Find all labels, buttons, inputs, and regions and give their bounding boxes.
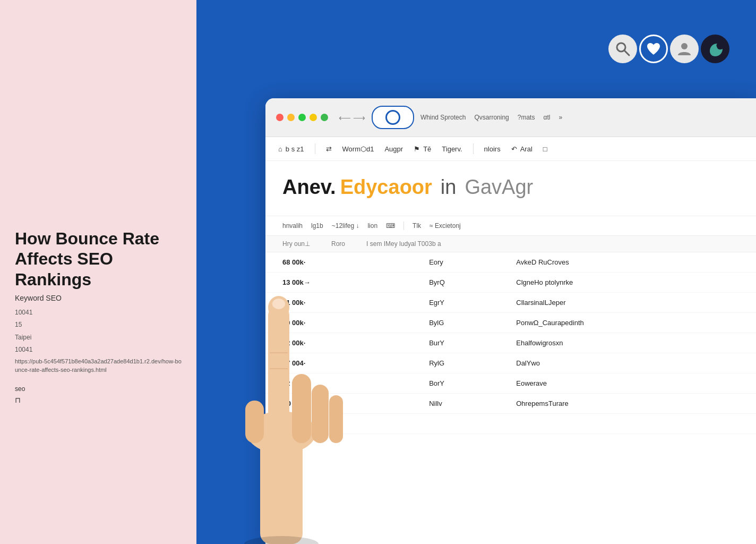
sub-columns-row: Hry oun⊥ Roro I sem IMey ludyal T003b a bbox=[265, 236, 756, 252]
sub-divider bbox=[403, 222, 404, 230]
volume-cell: 80 00k· bbox=[265, 313, 423, 333]
arrow-icon: ↶ bbox=[511, 145, 517, 153]
table-row: 32 00k· BorY Eowerave bbox=[265, 373, 756, 394]
tag-icon: ⊓ bbox=[15, 396, 182, 404]
toolbar-te[interactable]: ⚑ Tē bbox=[414, 145, 431, 153]
toolbar-worm-label: Worm⬡d1 bbox=[342, 145, 374, 153]
toolbar-aral[interactable]: ↶ Aral bbox=[511, 145, 532, 153]
minimize-button[interactable] bbox=[287, 114, 295, 121]
icon-circle-1 bbox=[608, 35, 637, 63]
col2-cell: Nillv bbox=[423, 394, 510, 414]
table-row: 68 00k· Eory AvkeD RuCroves bbox=[265, 252, 756, 273]
subtoolbar-keyboard[interactable]: ⌨ bbox=[386, 222, 395, 230]
bookmark-3[interactable]: ?mats bbox=[518, 114, 535, 121]
toolbar-share[interactable]: ⇄ bbox=[326, 145, 332, 153]
meta-line1: 10041 bbox=[15, 308, 182, 318]
nav-arrows: ⟵ ⟶ bbox=[339, 113, 365, 123]
divider-1 bbox=[315, 143, 315, 154]
page-header: Anev. Edycaoor in GavAgr bbox=[265, 161, 756, 216]
col3-cell: Eowerave bbox=[510, 373, 756, 394]
moon-icon bbox=[707, 40, 724, 57]
table-row: 17 004· RylG DalYwo bbox=[265, 353, 756, 373]
toolbar-tiger-label: Tigerv. bbox=[442, 145, 462, 153]
divider-2 bbox=[473, 143, 474, 154]
data-table-container: 68 00k· Eory AvkeD RuCroves 13 00k→ ByrQ… bbox=[265, 252, 756, 434]
toolbar-tiger[interactable]: Tigerv. bbox=[442, 145, 462, 153]
sub-toolbar: hnvalih lg1b ~12lifeg ↓ lion ⌨ Tlk ≈ Exc… bbox=[265, 216, 756, 236]
page-title-main: Anev. bbox=[282, 176, 336, 199]
traffic-lights bbox=[276, 114, 328, 121]
col3-cell: DalYwo bbox=[510, 353, 756, 373]
col2-cell bbox=[423, 414, 510, 434]
back-arrow[interactable]: ⟵ bbox=[339, 113, 351, 123]
bookmark-4[interactable]: αtl bbox=[543, 114, 550, 121]
profile-icon bbox=[676, 40, 693, 57]
col2-cell: BurY bbox=[423, 333, 510, 353]
subtoolbar-lion[interactable]: lion bbox=[367, 222, 377, 230]
col2-cell: BorY bbox=[423, 373, 510, 394]
col3-cell: Ehalfowigrosxn bbox=[510, 333, 756, 353]
toolbar-augpr[interactable]: Augpr bbox=[384, 145, 403, 153]
svg-rect-9 bbox=[245, 401, 264, 443]
toolbar-worm[interactable]: Worm⬡d1 bbox=[342, 145, 374, 153]
address-bar[interactable] bbox=[372, 106, 414, 129]
toolbar-nloirs-label: nloirs bbox=[484, 145, 501, 153]
page-title-area: Anev. Edycaoor in GavAgr bbox=[282, 176, 739, 199]
browser-chrome: ⟵ ⟶ Whind Sprotech Qvsarroning ?mats αtl… bbox=[265, 98, 756, 137]
bookmark-2[interactable]: Qvsarroning bbox=[474, 114, 509, 121]
subtoolbar-12lifeg[interactable]: ~12lifeg ↓ bbox=[332, 222, 359, 230]
keyboard-icon: ⌨ bbox=[386, 222, 395, 230]
forward-arrow[interactable]: ⟶ bbox=[353, 113, 365, 123]
share-icon: ⇄ bbox=[326, 145, 332, 153]
toolbar-home[interactable]: ⌂ b s z1 bbox=[278, 145, 304, 153]
page-title-accent: Edycaoor bbox=[340, 176, 432, 199]
subtoolbar-tlk[interactable]: Tlk bbox=[413, 222, 421, 230]
col3-cell: ClgneHo ptolynrke bbox=[510, 273, 756, 293]
subtoolbar-lgtb[interactable]: lg1b bbox=[311, 222, 323, 230]
volume-cell: 32 00k· bbox=[265, 373, 423, 394]
toolbar-te-label: Tē bbox=[423, 145, 431, 153]
bookmark-1[interactable]: Whind Sprotech bbox=[420, 114, 466, 121]
extra-button[interactable] bbox=[310, 114, 317, 121]
col3-cell: AvkeD RuCroves bbox=[510, 252, 756, 273]
col3-cell: PonwΩ_Caurapedinth bbox=[510, 313, 756, 333]
lgtb-label: lg1b bbox=[311, 222, 323, 230]
browser-window: ⟵ ⟶ Whind Sprotech Qvsarroning ?mats αtl… bbox=[265, 98, 756, 544]
flag-icon: ⚑ bbox=[414, 145, 420, 153]
table-row: 81 00k· EgrY CllarsinalLJeper bbox=[265, 293, 756, 313]
sub-col-3: I sem IMey ludyal T003b a bbox=[366, 240, 441, 248]
col2-cell: ByrQ bbox=[423, 273, 510, 293]
search-icon bbox=[614, 40, 631, 57]
extra-button2[interactable] bbox=[321, 114, 328, 121]
toolbar-more[interactable]: □ bbox=[543, 145, 547, 153]
bookmark-more[interactable]: » bbox=[559, 114, 562, 121]
heart-icon bbox=[645, 40, 662, 57]
volume-cell: 8E 00k· bbox=[265, 414, 423, 434]
right-area: ⟵ ⟶ Whind Sprotech Qvsarroning ?mats αtl… bbox=[196, 0, 756, 544]
maximize-button[interactable] bbox=[298, 114, 306, 121]
page-title-in: in bbox=[441, 176, 457, 199]
home-icon: ⌂ bbox=[278, 145, 282, 153]
left-sidebar: How Bounce Rate Affects SEO Rankings Key… bbox=[0, 0, 196, 544]
table-row: 8E 00k· bbox=[265, 414, 756, 434]
excietonj-label: ≈ Excietonj bbox=[429, 222, 461, 230]
col2-cell: EgrY bbox=[423, 293, 510, 313]
toolbar-nloirs[interactable]: nloirs bbox=[484, 145, 501, 153]
volume-cell: 13 00k→ bbox=[265, 273, 423, 293]
12lifeg-label: ~12lifeg ↓ bbox=[332, 222, 359, 230]
meta-line3: Taipei bbox=[15, 333, 182, 343]
close-button[interactable] bbox=[276, 114, 284, 121]
col3-cell: CllarsinalLJeper bbox=[510, 293, 756, 313]
hnvalih-label: hnvalih bbox=[282, 222, 303, 230]
main-toolbar: ⌂ b s z1 ⇄ Worm⬡d1 Augpr ⚑ Tē Tigerv. bbox=[265, 137, 756, 161]
table-row: 80 00k· BylG PonwΩ_Caurapedinth bbox=[265, 313, 756, 333]
col2-cell: RylG bbox=[423, 353, 510, 373]
table-row: 62 00k· BurY Ehalfowigrosxn bbox=[265, 333, 756, 353]
volume-cell: S0 00k· bbox=[265, 394, 423, 414]
subtoolbar-hnvalih[interactable]: hnvalih bbox=[282, 222, 303, 230]
sub-col-2: Roro bbox=[331, 240, 345, 248]
table-row: 13 00k→ ByrQ ClgneHo ptolynrke bbox=[265, 273, 756, 293]
article-tag: seo bbox=[15, 385, 182, 393]
address-circle bbox=[385, 110, 400, 125]
subtoolbar-excietonj[interactable]: ≈ Excietonj bbox=[429, 222, 461, 230]
